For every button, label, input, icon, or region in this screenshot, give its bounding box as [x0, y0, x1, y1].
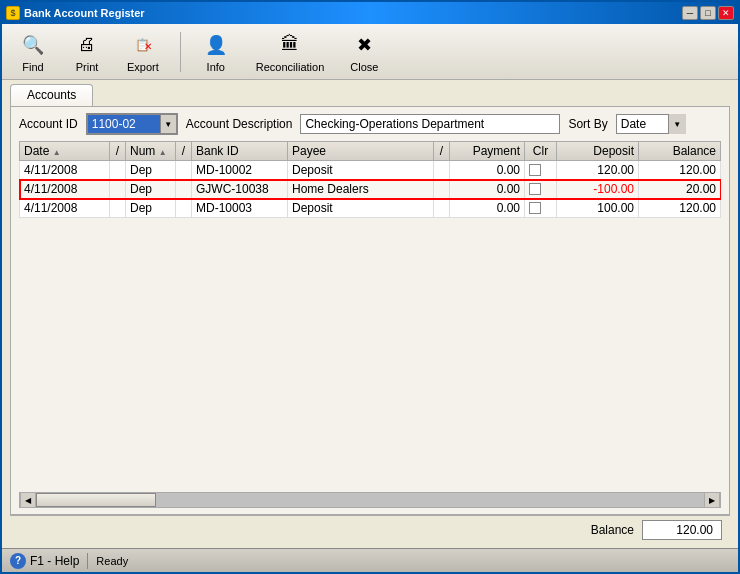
description-label: Account Description [186, 117, 293, 131]
cell-slash3 [434, 161, 450, 180]
sortby-select[interactable]: Date Num Payee Amount [616, 114, 686, 134]
find-icon: 🔍 [19, 31, 47, 59]
clr-checkbox[interactable] [529, 183, 541, 195]
statusbar-divider [87, 553, 88, 569]
horizontal-scrollbar: ◀ ▶ [19, 492, 721, 508]
cell-slash1 [110, 180, 126, 199]
cell-deposit: 120.00 [557, 161, 639, 180]
cell-bank-id: GJWC-10038 [192, 180, 288, 199]
register-table: Date ▲ / Num ▲ / Bank ID Payee / Payment… [19, 141, 721, 218]
scroll-track [36, 493, 704, 507]
cell-num: Dep [126, 199, 176, 218]
col-payment: Payment [450, 142, 525, 161]
cell-date: 4/11/2008 [20, 199, 110, 218]
reconciliation-button[interactable]: 🏛 Reconciliation [247, 27, 333, 77]
close-toolbar-button[interactable]: ✖ Close [341, 27, 387, 77]
cell-clr [525, 199, 557, 218]
cell-bank-id: MD-10002 [192, 161, 288, 180]
tab-accounts[interactable]: Accounts [10, 84, 93, 106]
cell-slash3 [434, 180, 450, 199]
help-area: ? F1 - Help [10, 553, 79, 569]
toolbar: 🔍 Find 🖨 Print 📋✕ Export 👤 Info 🏛 Reconc… [2, 24, 738, 80]
close-button[interactable]: ✕ [718, 6, 734, 20]
help-text: F1 - Help [30, 554, 79, 568]
cell-slash3 [434, 199, 450, 218]
statusbar: ? F1 - Help Ready [2, 548, 738, 572]
print-icon: 🖨 [73, 31, 101, 59]
cell-slash2 [176, 161, 192, 180]
balance-value: 120.00 [642, 520, 722, 540]
description-input[interactable] [300, 114, 560, 134]
window-controls: ─ □ ✕ [682, 6, 734, 20]
maximize-button[interactable]: □ [700, 6, 716, 20]
cell-clr [525, 180, 557, 199]
col-slash2: / [176, 142, 192, 161]
col-balance: Balance [639, 142, 721, 161]
col-date: Date ▲ [20, 142, 110, 161]
cell-payment: 0.00 [450, 161, 525, 180]
cell-balance: 120.00 [639, 161, 721, 180]
cell-payee: Deposit [288, 161, 434, 180]
cell-deposit: 100.00 [557, 199, 639, 218]
col-num: Num ▲ [126, 142, 176, 161]
cell-clr [525, 161, 557, 180]
cell-payee: Deposit [288, 199, 434, 218]
tab-bar: Accounts [10, 84, 730, 106]
find-button[interactable]: 🔍 Find [10, 27, 56, 77]
sortby-label: Sort By [568, 117, 607, 131]
export-button[interactable]: 📋✕ Export [118, 27, 168, 77]
scroll-right-button[interactable]: ▶ [704, 492, 720, 508]
toolbar-separator-1 [180, 32, 181, 72]
info-button[interactable]: 👤 Info [193, 27, 239, 77]
col-bank-id: Bank ID [192, 142, 288, 161]
account-id-arrow[interactable]: ▼ [160, 115, 176, 133]
cell-payment: 0.00 [450, 199, 525, 218]
clr-checkbox[interactable] [529, 164, 541, 176]
cell-deposit: -100.00 [557, 180, 639, 199]
cell-num: Dep [126, 161, 176, 180]
account-id-label: Account ID [19, 117, 78, 131]
scroll-left-button[interactable]: ◀ [20, 492, 36, 508]
balance-label: Balance [591, 523, 634, 537]
col-slash3: / [434, 142, 450, 161]
panel: Account ID 1100-02 ▼ Account Description… [10, 106, 730, 515]
clr-checkbox[interactable] [529, 202, 541, 214]
cell-slash2 [176, 199, 192, 218]
scroll-thumb[interactable] [36, 493, 156, 507]
cell-payment: 0.00 [450, 180, 525, 199]
col-payee: Payee [288, 142, 434, 161]
export-icon: 📋✕ [129, 31, 157, 59]
window-icon: $ [6, 6, 20, 20]
cell-bank-id: MD-10003 [192, 199, 288, 218]
help-icon: ? [10, 553, 26, 569]
cell-slash1 [110, 161, 126, 180]
col-slash1: / [110, 142, 126, 161]
content-area: Accounts Account ID 1100-02 ▼ Account De… [2, 80, 738, 548]
minimize-button[interactable]: ─ [682, 6, 698, 20]
reconciliation-icon: 🏛 [276, 31, 304, 59]
info-icon: 👤 [202, 31, 230, 59]
balance-row: Balance 120.00 [10, 515, 730, 544]
cell-balance: 120.00 [639, 199, 721, 218]
cell-num: Dep [126, 180, 176, 199]
cell-slash1 [110, 199, 126, 218]
title-bar: $ Bank Account Register ─ □ ✕ [2, 2, 738, 24]
table-container: Date ▲ / Num ▲ / Bank ID Payee / Payment… [19, 141, 721, 492]
account-id-combo[interactable]: 1100-02 ▼ [86, 113, 178, 135]
window-title: Bank Account Register [24, 7, 678, 19]
cell-date: 4/11/2008 [20, 180, 110, 199]
close-icon: ✖ [350, 31, 378, 59]
table-row[interactable]: 4/11/2008 Dep GJWC-10038 Home Dealers 0.… [20, 180, 721, 199]
cell-balance: 20.00 [639, 180, 721, 199]
filter-row: Account ID 1100-02 ▼ Account Description… [19, 113, 721, 135]
table-row[interactable]: 4/11/2008 Dep MD-10002 Deposit 0.00 120.… [20, 161, 721, 180]
table-row[interactable]: 4/11/2008 Dep MD-10003 Deposit 0.00 100.… [20, 199, 721, 218]
print-button[interactable]: 🖨 Print [64, 27, 110, 77]
col-deposit: Deposit [557, 142, 639, 161]
cell-slash2 [176, 180, 192, 199]
col-clr: Clr [525, 142, 557, 161]
account-id-value: 1100-02 [88, 115, 160, 133]
main-window: $ Bank Account Register ─ □ ✕ 🔍 Find 🖨 P… [0, 0, 740, 574]
cell-date: 4/11/2008 [20, 161, 110, 180]
status-text: Ready [96, 555, 128, 567]
